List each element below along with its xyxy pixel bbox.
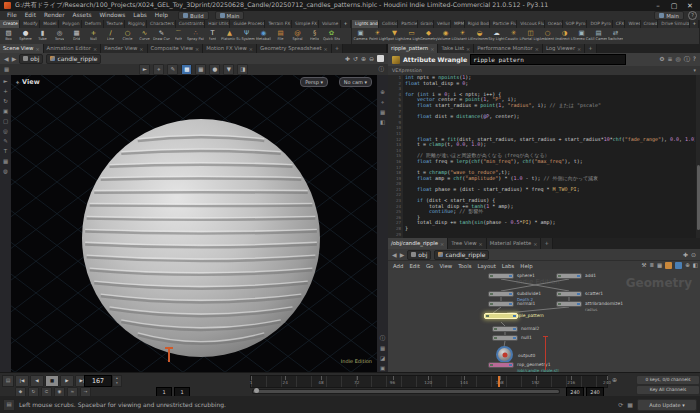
target-icon[interactable]: ⊙: [691, 251, 696, 258]
tab-close-icon[interactable]: ×: [479, 241, 483, 247]
display-toolbar-icon[interactable]: ▦: [195, 64, 206, 75]
tab-close-icon[interactable]: ×: [440, 241, 444, 247]
shelf-tool-spray-paint[interactable]: ∴Spray Paint: [187, 29, 204, 42]
pane-tab-item[interactable]: +: [541, 238, 552, 249]
shelf-tool-file[interactable]: ▤File: [272, 29, 289, 42]
node-sphere1[interactable]: sphere1: [488, 273, 514, 279]
shelf-tab-mpm[interactable]: MPM: [451, 20, 465, 28]
code-scrollbar[interactable]: [696, 75, 700, 238]
ripple-sphere-geometry[interactable]: [78, 115, 324, 361]
tab-close-icon[interactable]: ×: [195, 46, 199, 52]
keys-summary-button[interactable]: 0 keys, 0/0 channels: [636, 375, 700, 385]
zoom-out-icon[interactable]: ⊖: [369, 55, 374, 62]
display-toolbar-icon[interactable]: ▼: [223, 64, 234, 75]
shelf-tab-lights-and-ca[interactable]: Lights and Ca: [352, 20, 379, 28]
pane-tab-log-viewer[interactable]: Log Viewer×: [543, 44, 585, 53]
pane-tab-take-list[interactable]: Take List×: [438, 44, 474, 53]
path-root-chip[interactable]: obj: [19, 54, 43, 64]
shelf-tab-characters[interactable]: Characters: [147, 20, 176, 28]
network-menu-tools[interactable]: Tools: [455, 261, 474, 271]
shelf-tab-constraints[interactable]: Constraints: [176, 20, 206, 28]
viewport-display-icon[interactable]: ⓘ: [380, 335, 386, 342]
timeline-zoom-icon[interactable]: ⊕: [612, 376, 617, 383]
add-icon[interactable]: ✚: [345, 55, 350, 62]
shelf-tab-hair-utils[interactable]: Hair Utils: [205, 20, 230, 28]
help-icon[interactable]: ?: [688, 11, 697, 20]
pane-tab-item[interactable]: +: [585, 44, 596, 53]
network-editor-canvas[interactable]: Indie Edition Geometry sphere1add1subdiv…: [388, 270, 700, 372]
tab-close-icon[interactable]: ×: [577, 46, 581, 52]
playback-range-slider[interactable]: [252, 389, 560, 394]
menu-item-windows[interactable]: Windows: [95, 11, 129, 20]
memory-icon[interactable]: ▦: [627, 401, 633, 408]
shelf-tool-null[interactable]: +Null: [85, 29, 102, 42]
viewport-tool-icon[interactable]: ►: [3, 78, 7, 85]
forward-icon[interactable]: ▶: [400, 251, 405, 258]
tab-close-icon[interactable]: ×: [466, 46, 470, 52]
shelf-tab-cfx[interactable]: CFX: [613, 20, 626, 28]
current-frame-field[interactable]: 167: [84, 375, 112, 387]
play-button[interactable]: ▶: [60, 375, 74, 387]
add-icon[interactable]: ✚: [683, 251, 688, 258]
back-icon[interactable]: ◀: [4, 55, 9, 62]
menu-item-help[interactable]: Help: [151, 11, 172, 20]
scene-selector[interactable]: Main: [215, 11, 245, 20]
node-normal2[interactable]: normal2: [492, 326, 518, 332]
viewport-tool-icon[interactable]: ↻: [3, 98, 8, 105]
node-output0[interactable]: output0: [496, 346, 513, 363]
grid-menu-icon[interactable]: ▦: [4, 66, 9, 73]
shelf-tool-tube[interactable]: ▮Tube: [34, 29, 51, 42]
display-toolbar-icon[interactable]: ►: [139, 64, 150, 75]
stop-button[interactable]: ■: [45, 375, 59, 387]
shelf-tab-modify[interactable]: Modify: [20, 20, 40, 28]
node-normal1[interactable]: normal1: [488, 301, 514, 307]
back-icon[interactable]: ◀: [392, 251, 397, 258]
scrollbar-thumb[interactable]: [697, 165, 700, 230]
shelf-tool-spiral[interactable]: @Spiral: [289, 29, 306, 42]
persp-view-menu[interactable]: Persp ▾: [300, 77, 328, 87]
gear-icon[interactable]: ⚙: [659, 55, 664, 64]
pane-tab-animation-editor[interactable]: Animation Editor×: [44, 44, 102, 53]
timeline-ruler[interactable]: 124487296120144168192216240: [250, 375, 608, 388]
tab-close-icon[interactable]: ×: [93, 46, 97, 52]
node-name-input[interactable]: [470, 54, 626, 65]
tab-close-icon[interactable]: ×: [139, 46, 143, 52]
help-icon[interactable]: ?: [693, 55, 696, 64]
shelf-tool-line[interactable]: /Line: [102, 29, 119, 42]
display-toolbar-icon[interactable]: ✎: [167, 64, 178, 75]
vex-code-editor[interactable]: 1234567891011121314151617181920212223242…: [388, 75, 700, 238]
pane-tab-item[interactable]: +: [332, 44, 343, 53]
shelf-tool-camera[interactable]: ▣Camera: [352, 29, 369, 42]
viewport-display-icon[interactable]: ⊕: [380, 89, 385, 96]
network-menu-add[interactable]: Add: [390, 261, 406, 271]
network-path-root-chip[interactable]: obj: [407, 250, 431, 260]
display-toolbar-icon[interactable]: ◨: [237, 64, 248, 75]
magnify-icon[interactable]: ⊕: [685, 262, 690, 269]
forward-icon[interactable]: ▶: [12, 55, 17, 62]
shelf-tool-path[interactable]: ⌒Path: [170, 29, 187, 42]
viewport-tool-icon[interactable]: ▣: [3, 108, 8, 115]
viewport-tool-icon[interactable]: +: [3, 88, 8, 95]
shelf-tool-torus[interactable]: ◎Torus: [51, 29, 68, 42]
menu-item-edit[interactable]: Edit: [21, 11, 40, 20]
shelf-tab-guide-process[interactable]: Guide Process: [230, 20, 265, 28]
shelf-tab-particle-fluids[interactable]: Particle Fluids: [490, 20, 517, 28]
shelf-tab-model[interactable]: Model: [40, 20, 59, 28]
playhead[interactable]: [498, 376, 500, 387]
viewport-display-icon[interactable]: ⌖: [381, 99, 384, 106]
pane-tab-material-palette[interactable]: Material Palette×: [487, 238, 542, 249]
shelf-tab-texture[interactable]: Texture: [104, 20, 126, 28]
color-palette-icon[interactable]: [665, 262, 672, 269]
shelf-tool-helix[interactable]: §Helix: [306, 29, 323, 42]
viewport-tool-icon[interactable]: ◍: [3, 168, 8, 175]
tab-close-icon[interactable]: ×: [324, 46, 328, 52]
search-icon[interactable]: ◎: [676, 55, 681, 64]
shelf-tool-quick-shapes[interactable]: ✿Quick Shapes: [323, 29, 340, 42]
camera-menu[interactable]: No cam ▾: [339, 77, 372, 87]
menu-item-render[interactable]: Render: [40, 11, 69, 20]
cache-icon[interactable]: ⟳: [618, 401, 623, 408]
network-menu-go[interactable]: Go: [423, 261, 436, 271]
viewport-tool-icon[interactable]: ◎: [3, 128, 8, 135]
network-menu-edit[interactable]: Edit: [406, 261, 422, 271]
pane-tab-ripple-pattern[interactable]: ripple_pattern×: [388, 44, 438, 53]
